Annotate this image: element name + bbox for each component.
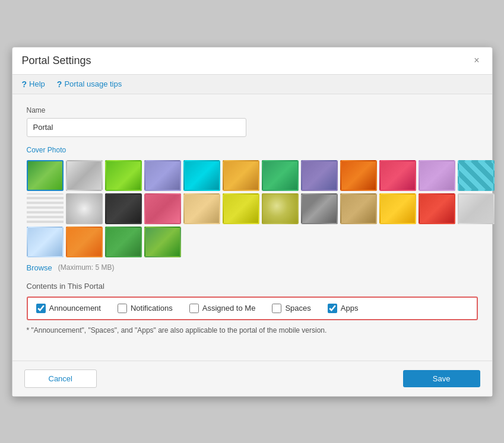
cover-thumb-11[interactable] xyxy=(419,160,455,191)
dialog-body: Name Cover Photo xyxy=(12,94,492,361)
cover-thumb-15[interactable] xyxy=(105,193,142,224)
cover-thumb-24[interactable] xyxy=(458,193,495,224)
cover-thumb-26[interactable] xyxy=(66,227,103,257)
dialog-header: Portal Settings × xyxy=(12,47,492,75)
browse-row: Browse (Maximum: 5 MB) xyxy=(27,263,478,272)
assigned-label: Assigned to Me xyxy=(202,304,256,313)
cover-photo-label: Cover Photo xyxy=(27,146,478,154)
contents-label: Contents in This Portal xyxy=(27,282,478,291)
close-button[interactable]: × xyxy=(471,55,482,66)
spaces-checkbox[interactable] xyxy=(272,304,281,313)
cover-thumb-4[interactable] xyxy=(144,160,181,191)
browse-link[interactable]: Browse xyxy=(27,263,52,272)
cover-thumb-12[interactable] xyxy=(458,160,495,191)
apps-checkbox-item[interactable]: Apps xyxy=(328,304,359,313)
notifications-checkbox-item[interactable]: Notifications xyxy=(118,304,173,313)
announcement-label: Announcement xyxy=(49,304,101,313)
apps-label: Apps xyxy=(341,304,359,313)
cover-thumb-20[interactable] xyxy=(301,193,338,224)
cancel-button[interactable]: Cancel xyxy=(24,369,97,388)
name-label: Name xyxy=(27,106,478,114)
cover-thumb-18[interactable] xyxy=(223,193,259,224)
cover-row-1 xyxy=(27,160,478,191)
cover-thumb-25[interactable] xyxy=(27,227,64,257)
cover-thumb-8[interactable] xyxy=(301,160,338,191)
cover-thumb-9[interactable] xyxy=(340,160,377,191)
portal-settings-dialog: Portal Settings × ? Help ? Portal usage … xyxy=(12,47,493,397)
cover-thumb-5[interactable] xyxy=(183,160,220,191)
cover-thumb-19[interactable] xyxy=(262,193,299,224)
toolbar: ? Help ? Portal usage tips xyxy=(12,75,492,94)
cover-thumb-16[interactable] xyxy=(144,193,181,224)
cover-thumb-14[interactable] xyxy=(66,193,103,224)
assigned-checkbox-item[interactable]: Assigned to Me xyxy=(189,304,256,313)
cover-thumb-28[interactable] xyxy=(144,227,181,257)
cover-row-2 xyxy=(27,193,478,224)
cover-row-3 xyxy=(27,227,478,257)
spaces-label: Spaces xyxy=(285,304,310,313)
notifications-label: Notifications xyxy=(131,304,173,313)
cover-thumb-6[interactable] xyxy=(223,160,259,191)
cover-thumb-7[interactable] xyxy=(262,160,299,191)
dialog-footer: Cancel Save xyxy=(12,361,492,396)
announcement-checkbox[interactable] xyxy=(36,304,46,313)
cover-thumb-2[interactable] xyxy=(66,160,103,191)
dialog-title: Portal Settings xyxy=(22,55,91,67)
name-input[interactable] xyxy=(27,118,246,137)
notifications-checkbox[interactable] xyxy=(118,304,127,313)
cover-thumb-21[interactable] xyxy=(340,193,377,224)
help-icon: ? xyxy=(22,79,27,89)
cover-thumb-13[interactable] xyxy=(27,193,64,224)
max-size-label: (Maximum: 5 MB) xyxy=(58,263,115,272)
contents-box: Announcement Notifications Assigned to M… xyxy=(27,297,478,320)
save-button[interactable]: Save xyxy=(403,370,480,387)
tips-icon: ? xyxy=(57,79,62,89)
tips-label: Portal usage tips xyxy=(64,79,122,88)
help-label: Help xyxy=(29,79,45,88)
tips-link[interactable]: ? Portal usage tips xyxy=(57,79,122,89)
cover-thumb-22[interactable] xyxy=(379,193,416,224)
cover-thumb-23[interactable] xyxy=(419,193,455,224)
cover-thumb-1[interactable] xyxy=(27,160,64,191)
note-text: * "Announcement", "Spaces", and "Apps" a… xyxy=(27,326,478,334)
announcement-checkbox-item[interactable]: Announcement xyxy=(36,304,101,313)
cover-thumb-3[interactable] xyxy=(105,160,142,191)
spaces-checkbox-item[interactable]: Spaces xyxy=(272,304,310,313)
help-link[interactable]: ? Help xyxy=(22,79,45,89)
cover-thumb-10[interactable] xyxy=(379,160,416,191)
cover-thumb-27[interactable] xyxy=(105,227,142,257)
cover-photo-grid xyxy=(27,160,478,257)
apps-checkbox[interactable] xyxy=(328,304,337,313)
cover-thumb-17[interactable] xyxy=(183,193,220,224)
assigned-checkbox[interactable] xyxy=(189,304,199,313)
